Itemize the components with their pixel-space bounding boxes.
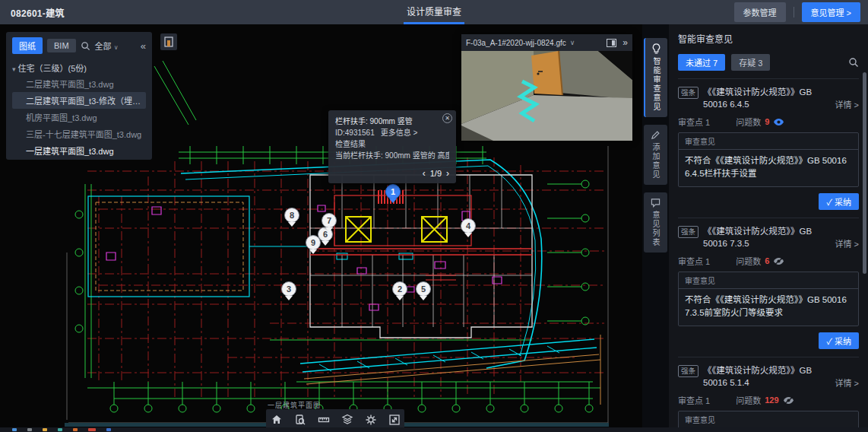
zoom-document-icon[interactable]: [294, 414, 306, 426]
issue-marker-8[interactable]: 8: [284, 208, 299, 223]
taskbar-windows-icon[interactable]: [12, 428, 17, 431]
ruler-icon[interactable]: [318, 414, 330, 426]
tree-item-dwg-open[interactable]: 一层建筑平面图_t3.dwg: [12, 142, 146, 159]
opinion-text: 不符合《《建筑设计防火规范》》GB 50016 7.3.5前室防火门等级要求: [679, 289, 858, 326]
panel-scrollbar[interactable]: [863, 72, 866, 274]
tab-label: 意见列表: [650, 211, 661, 247]
tab-drawings[interactable]: 图纸: [12, 37, 43, 54]
fullscreen-icon[interactable]: [388, 414, 401, 426]
cad-canvas[interactable]: 一层建筑平面图 1 2 3 4 5 6 7 8 9 图纸 BIM 全部 ∨ « …: [0, 24, 642, 427]
issue-marker-5[interactable]: 5: [416, 281, 431, 297]
taskbar-app-icon[interactable]: [106, 428, 111, 431]
tree-root-node[interactable]: ▾ 住宅（三级）(5份): [12, 60, 146, 75]
tree-item-dwg[interactable]: 三层-十七层建筑平面图_t3.dwg: [12, 125, 146, 142]
tree-item-dwg[interactable]: 机房平面图_t3.dwg: [12, 109, 146, 125]
close-icon[interactable]: ✕: [442, 113, 452, 123]
issue-marker-9[interactable]: 9: [306, 235, 321, 250]
eye-visible-icon[interactable]: [773, 118, 784, 126]
model-file-dropdown[interactable]: F-03a_A-1#2020-wjj-0824.gfc: [466, 39, 566, 47]
mandatory-tag: 强条: [678, 365, 699, 377]
tab-bim[interactable]: BIM: [47, 39, 76, 52]
tooltip-element-name: 栏杆扶手: 900mm 竖管: [335, 116, 449, 127]
opinion-label: 审查意见: [679, 411, 858, 427]
search-icon[interactable]: [848, 57, 859, 68]
mandatory-tag: 强条: [678, 87, 699, 99]
tree-item-dwg[interactable]: 二层建筑平面图_t3.dwg: [12, 75, 146, 92]
tooltip-result-text: 当前栏杆扶手: 900mm 竖管的 高度 为: [335, 150, 449, 161]
card-title: 《《建筑设计防火规范》》GB 50016 7.3.5: [703, 225, 831, 249]
nav-tab-design-review[interactable]: 设计质量审查: [402, 0, 466, 24]
opinion-box: 审查意见 不符合《《建筑设计防火规范》》GB 50016 5.1.4建筑高度大于…: [678, 411, 859, 427]
collapse-sidebar-icon[interactable]: «: [141, 40, 146, 52]
tab-add-opinion[interactable]: 添加意见: [644, 125, 667, 185]
os-taskbar: [0, 427, 868, 432]
tab-label: 添加意见: [650, 143, 661, 179]
issue-marker-1[interactable]: 1: [385, 184, 401, 199]
top-bar: 082601-建筑 设计质量审查 参数管理 意见管理 >: [0, 0, 868, 24]
tab-smart-review[interactable]: 智能审查意见: [644, 38, 667, 117]
issues-count: 129: [765, 395, 778, 405]
issues-count: 6: [765, 256, 769, 265]
mandatory-tag: 强条: [678, 226, 699, 238]
pager-prev-icon[interactable]: ‹: [423, 168, 426, 179]
eye-hidden-icon[interactable]: [783, 396, 794, 405]
app-window: 082601-建筑 设计质量审查 参数管理 意见管理 >: [0, 0, 868, 432]
right-tab-strip: 智能审查意见 添加意见 意见列表: [642, 24, 669, 427]
taskbar-app-icon[interactable]: [73, 428, 78, 431]
tab-failed[interactable]: 未通过 7: [678, 54, 725, 71]
review-panel: 智能审查意见 未通过 7 存疑 3 强条 《《建筑设计防火规范》》GB 5001…: [669, 24, 868, 427]
panel-title: 智能审查意见: [678, 32, 859, 45]
home-icon[interactable]: [271, 414, 283, 426]
viewer-toolbar: [266, 409, 404, 427]
issue-marker-2[interactable]: 2: [392, 281, 407, 297]
file-tree: ▾ 住宅（三级）(5份) 二层建筑平面图_t3.dwg 二层建筑平面图_t3-修…: [12, 60, 146, 159]
model-viewer[interactable]: F-03a_A-1#2020-wjj-0824.gfc ∨ »: [461, 34, 632, 141]
taskbar-app-icon[interactable]: [58, 428, 62, 431]
legend-thumbnail-button[interactable]: [160, 33, 177, 50]
issue-marker-4[interactable]: 4: [461, 218, 476, 233]
issue-marker-7[interactable]: 7: [322, 213, 337, 228]
tree-caret-icon: ▾: [12, 65, 16, 73]
tree-item-dwg-selected[interactable]: 二层建筑平面图_t3-修改（埋错门，窗...: [12, 92, 146, 109]
taskbar-app-icon[interactable]: [88, 428, 96, 431]
expand-panel-icon[interactable]: »: [622, 38, 628, 47]
detail-link[interactable]: 详情 >: [835, 376, 859, 389]
chevron-down-icon[interactable]: ∨: [570, 39, 575, 46]
opinion-label: 审查意见: [679, 272, 858, 289]
pager-next-icon[interactable]: ›: [446, 168, 449, 179]
review-point-label: 审查点 1: [678, 255, 710, 267]
opinion-manage-button[interactable]: 意见管理 >: [802, 2, 860, 22]
review-card: 强条 《《建筑设计防火规范》》GB 50016 5.1.4 详情 > 审查点 1…: [678, 357, 859, 427]
issue-marker-3[interactable]: 3: [281, 281, 296, 297]
gear-icon[interactable]: [365, 414, 377, 426]
detail-link[interactable]: 详情 >: [835, 237, 859, 249]
search-icon[interactable]: [81, 41, 90, 51]
tab-doubt[interactable]: 存疑 3: [731, 54, 770, 71]
opinion-text: 不符合《《建筑设计防火规范》》GB 50016 6.4.5栏杆扶手设置: [679, 150, 858, 186]
layers-icon[interactable]: [341, 414, 353, 426]
comment-icon: [651, 198, 661, 208]
card-title: 《《建筑设计防火规范》》GB 50016 6.4.5: [703, 86, 831, 110]
pager-label: 1/9: [430, 168, 442, 179]
issues-label: 问题数: [736, 394, 761, 406]
eye-hidden-icon[interactable]: [773, 257, 784, 265]
drawing-sidebar: 图纸 BIM 全部 ∨ « ▾ 住宅（三级）(5份) 二层建筑平面图_t3.dw…: [6, 32, 152, 160]
split-view-icon[interactable]: [607, 39, 616, 47]
chevron-down-icon: ∨: [114, 44, 119, 51]
opinion-box: 审查意见 不符合《《建筑设计防火规范》》GB 50016 7.3.5前室防火门等…: [678, 272, 859, 326]
taskbar-folder-icon[interactable]: [43, 428, 47, 431]
review-card: 强条 《《建筑设计防火规范》》GB 50016 7.3.5 详情 > 审查点 1…: [678, 218, 859, 357]
param-manage-button[interactable]: 参数管理: [734, 2, 786, 22]
issues-label: 问题数: [736, 255, 761, 267]
more-info-link[interactable]: 更多信息 >: [381, 129, 418, 137]
project-title: 082601-建筑: [11, 6, 65, 19]
filter-all-dropdown[interactable]: 全部 ∨: [95, 40, 119, 52]
detail-link[interactable]: 详情 >: [835, 98, 859, 110]
tooltip-element-id: ID:4931561: [335, 129, 375, 137]
accept-button[interactable]: ✓ 采纳: [819, 193, 859, 210]
model-viewer-header: F-03a_A-1#2020-wjj-0824.gfc ∨ »: [461, 34, 632, 51]
accept-button[interactable]: ✓ 采纳: [819, 332, 859, 349]
taskbar-search-icon[interactable]: [27, 428, 32, 431]
tab-opinion-list[interactable]: 意见列表: [644, 192, 667, 253]
card-title: 《《建筑设计防火规范》》GB 50016 5.1.4: [703, 364, 831, 389]
